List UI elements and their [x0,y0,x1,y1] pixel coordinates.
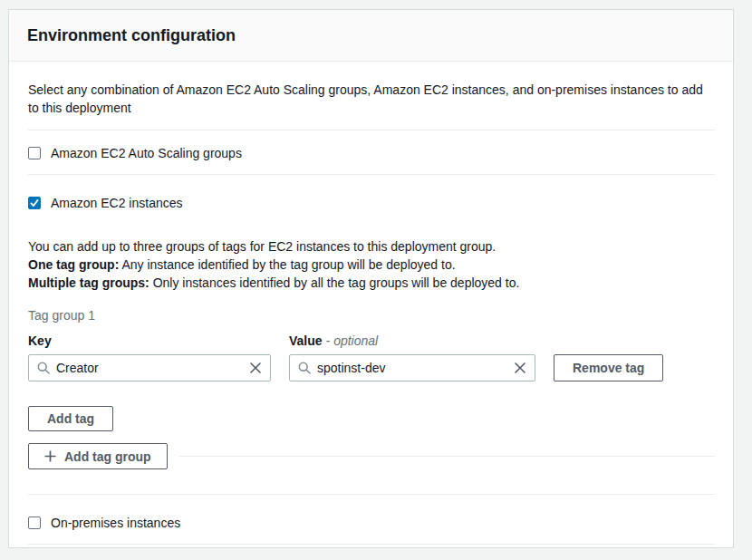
auto-scaling-groups-checkbox[interactable] [28,147,41,159]
tag-key-field [28,354,271,381]
value-optional-label: - optional [326,333,379,348]
plus-icon [44,450,56,462]
divider [28,174,715,175]
search-icon [37,362,50,374]
checkbox-row-auto-scaling-groups: Amazon EC2 Auto Scaling groups [28,144,715,162]
tag-group-title: Tag group 1 [28,306,715,324]
clear-value-button[interactable] [514,362,526,374]
tag-help-line-1: You can add up to three groups of tags f… [28,237,715,256]
field-labels-row: Key Value- optional [28,333,715,349]
checkmark-icon [30,198,39,208]
tag-help-line-3: Multiple tag groups: Only instances iden… [28,274,715,292]
add-tag-group-label: Add tag group [64,449,151,464]
key-label: Key [28,333,289,349]
environment-configuration-panel: Environment configuration Select any com… [8,9,734,548]
checkbox-row-ec2-instances: Amazon EC2 instances [28,194,715,212]
panel-header: Environment configuration [9,10,733,62]
divider [28,130,715,130]
on-premises-checkbox[interactable] [28,517,41,529]
panel-description: Select any combination of Amazon EC2 Aut… [28,81,715,117]
tag-help-line-2: One tag group: Any instance identified b… [28,256,715,274]
panel-body: Select any combination of Amazon EC2 Aut… [9,62,733,545]
divider [28,544,715,545]
remove-tag-button[interactable]: Remove tag [554,354,663,381]
add-tag-group-row: Add tag group [28,443,715,469]
value-label: Value- optional [289,333,378,349]
ec2-instances-label[interactable]: Amazon EC2 instances [51,196,183,210]
ec2-instances-checkbox[interactable] [28,197,41,209]
add-tag-button[interactable]: Add tag [28,406,113,431]
tag-value-input[interactable] [317,361,514,375]
page-title: Environment configuration [27,26,236,45]
clear-key-button[interactable] [249,362,262,374]
checkbox-row-on-premises: On-premises instances [28,514,715,532]
add-tag-group-button[interactable]: Add tag group [28,443,168,469]
divider [179,456,715,457]
divider [28,494,715,495]
clear-x-icon [514,362,526,374]
clear-x-icon [249,362,262,374]
on-premises-label[interactable]: On-premises instances [51,516,180,530]
auto-scaling-groups-label[interactable]: Amazon EC2 Auto Scaling groups [51,146,242,160]
tag-group-help-text: You can add up to three groups of tags f… [28,237,715,292]
tag-value-field [289,354,535,381]
tag-inputs-row: Remove tag [28,354,715,381]
search-icon [298,362,311,374]
tag-key-input[interactable] [56,361,249,375]
